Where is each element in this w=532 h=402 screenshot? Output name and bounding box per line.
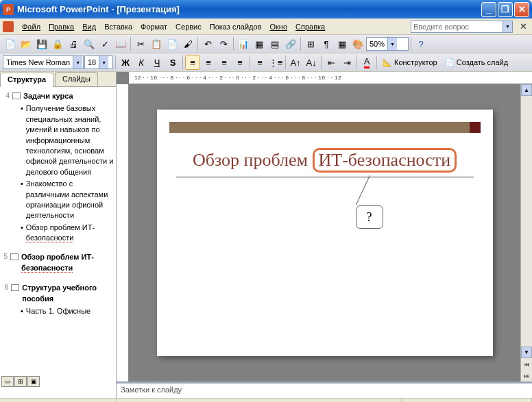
zoom-combo[interactable]: 50%▼ [366, 37, 409, 51]
chart-icon[interactable]: 📊 [236, 36, 251, 51]
slide-editor: 12 · · 10 · · · 8 · · · 6 · · · 4 · · · … [117, 72, 532, 398]
help-dropdown[interactable]: ▼ [503, 21, 513, 33]
status-language[interactable]: русский (Россия) [402, 399, 532, 402]
menu-format[interactable]: Формат [136, 21, 171, 33]
numbering-icon[interactable]: ≡ [252, 55, 267, 70]
vertical-scrollbar[interactable]: ▲ ▼ ⏮ ⏭ [520, 84, 532, 381]
spell-icon[interactable]: ✓ [97, 36, 112, 51]
menu-slideshow[interactable]: Показ слайдов [206, 21, 266, 33]
outline-bullet[interactable]: Обзор проблем ИТ-безопасности [21, 222, 114, 244]
formatting-toolbar: Times New Roman▼ 18▼ Ж К Ч S ≡ ≡ ≡ ≡ ≡ ⋮… [0, 53, 532, 72]
doc-close-button[interactable]: ✕ [516, 19, 531, 34]
print-icon[interactable]: 🖨 [66, 36, 81, 51]
slideshow-view-icon[interactable]: ▣ [27, 376, 40, 387]
scroll-up-icon[interactable]: ▲ [521, 84, 532, 96]
tab-slides[interactable]: Слайды [55, 72, 98, 86]
slide-thumb-icon [12, 92, 21, 99]
designer-button[interactable]: 📐 Конструктор [379, 55, 441, 70]
status-slide-number: Слайд 5 из 21 [0, 399, 117, 402]
font-size-combo[interactable]: 18▼ [84, 55, 113, 69]
cut-icon[interactable]: ✂ [133, 36, 148, 51]
window-titlebar: P Microsoft PowerPoint - [Презентация] _… [0, 0, 532, 18]
vertical-ruler[interactable] [117, 84, 129, 381]
show-formatting-icon[interactable]: ¶ [319, 36, 334, 51]
menu-help[interactable]: Справка [291, 21, 329, 33]
app-icon: P [3, 4, 14, 15]
next-slide-icon[interactable]: ⏭ [521, 370, 532, 381]
tab-structure[interactable]: Структура [0, 73, 53, 87]
callout-text[interactable]: ? [356, 205, 383, 229]
copy-icon[interactable]: 📋 [149, 36, 164, 51]
align-left-icon[interactable]: ≡ [185, 55, 200, 70]
new-slide-button[interactable]: 📄 Создать слайд [442, 55, 511, 70]
color-icon[interactable]: 🎨 [350, 36, 365, 51]
window-title: Microsoft PowerPoint - [Презентация] [17, 4, 481, 14]
close-button[interactable]: ✕ [514, 2, 529, 17]
scroll-down-icon[interactable]: ▼ [521, 347, 532, 358]
decrease-font-icon[interactable]: A↓ [304, 55, 319, 70]
callout-shape[interactable]: ? [356, 205, 383, 229]
format-painter-icon[interactable]: 🖌 [180, 36, 195, 51]
outline-tree[interactable]: 4 Задачи курса Получение базовых специал… [0, 87, 116, 398]
bold-icon[interactable]: Ж [118, 55, 133, 70]
permission-icon[interactable]: 🔒 [50, 36, 65, 51]
align-center-icon[interactable]: ≡ [201, 55, 216, 70]
menu-window[interactable]: Окно [266, 21, 292, 33]
status-layout: Квадрант [117, 399, 402, 402]
font-color-icon[interactable]: A [359, 55, 374, 70]
slide[interactable]: Обзор проблем ИТ-безопасности ? [157, 110, 493, 356]
align-right-icon[interactable]: ≡ [217, 55, 232, 70]
redo-icon[interactable]: ↷ [216, 36, 231, 51]
paste-icon[interactable]: 📄 [165, 36, 180, 51]
preview-icon[interactable]: 🔍 [82, 36, 97, 51]
normal-view-icon[interactable]: ▭ [1, 376, 14, 387]
table-icon[interactable]: ▦ [252, 36, 267, 51]
shadow-icon[interactable]: S [165, 55, 180, 70]
increase-indent-icon[interactable]: ⇥ [339, 55, 354, 70]
grid-icon[interactable]: ▦ [335, 36, 350, 51]
font-combo[interactable]: Times New Roman▼ [3, 55, 84, 69]
slide-title-text[interactable]: Обзор проблем ИТ-безопасности [169, 148, 481, 177]
research-icon[interactable]: 📖 [113, 36, 128, 51]
outline-slide-title[interactable]: Обзор проблем ИТ-безопасности [21, 252, 114, 273]
menu-edit[interactable]: Правка [45, 21, 78, 33]
help-search-input[interactable] [411, 21, 503, 33]
title-underline [176, 177, 474, 177]
tables-borders-icon[interactable]: ▤ [267, 36, 282, 51]
title-highlight-box: ИТ-безопасности [313, 148, 457, 173]
powerpoint-icon[interactable] [3, 21, 14, 32]
bullets-icon[interactable]: ⋮≡ [268, 55, 283, 70]
minimize-button[interactable]: _ [481, 2, 496, 17]
horizontal-ruler[interactable]: 12 · · 10 · · · 8 · · · 6 · · · 4 · · · … [129, 72, 532, 84]
notes-pane[interactable]: Заметки к слайду [117, 381, 532, 398]
outline-panel: Структура Слайды 4 Задачи курса Получени… [0, 72, 117, 398]
decrease-indent-icon[interactable]: ⇤ [324, 55, 339, 70]
align-justify-icon[interactable]: ≡ [232, 55, 247, 70]
underline-icon[interactable]: Ч [149, 55, 165, 70]
menu-bar: Файл Правка Вид Вставка Формат Сервис По… [0, 18, 532, 35]
menu-file[interactable]: Файл [18, 21, 45, 33]
sorter-view-icon[interactable]: ⊞ [14, 376, 27, 387]
open-icon[interactable]: 📂 [19, 36, 34, 51]
save-icon[interactable]: 💾 [34, 36, 49, 51]
menu-tools[interactable]: Сервис [171, 21, 206, 33]
italic-icon[interactable]: К [134, 55, 149, 70]
outline-bullet[interactable]: Знакомство с различными аспектами органи… [21, 178, 114, 222]
slide-header-bar [169, 122, 481, 133]
expand-icon[interactable]: ⊞ [303, 36, 318, 51]
prev-slide-icon[interactable]: ⏮ [521, 358, 532, 370]
view-mode-tabs: ▭ ⊞ ▣ [1, 376, 40, 387]
maximize-button[interactable]: ❐ [498, 2, 513, 17]
slide-canvas[interactable]: Обзор проблем ИТ-безопасности ? [129, 84, 520, 381]
menu-view[interactable]: Вид [78, 21, 100, 33]
outline-bullet[interactable]: Получение базовых специальных знаний, ум… [21, 103, 114, 178]
menu-insert[interactable]: Вставка [100, 21, 136, 33]
outline-slide-title[interactable]: Задачи курса [23, 91, 73, 101]
help-icon[interactable]: ? [413, 36, 428, 51]
undo-icon[interactable]: ↶ [200, 36, 215, 51]
new-icon[interactable]: 📄 [3, 36, 18, 51]
outline-slide-title[interactable]: Структура учебного пособия [22, 283, 114, 304]
hyperlink-icon[interactable]: 🔗 [283, 36, 298, 51]
outline-bullet[interactable]: Часть 1. Офисные [21, 305, 114, 317]
increase-font-icon[interactable]: A↑ [288, 55, 303, 70]
